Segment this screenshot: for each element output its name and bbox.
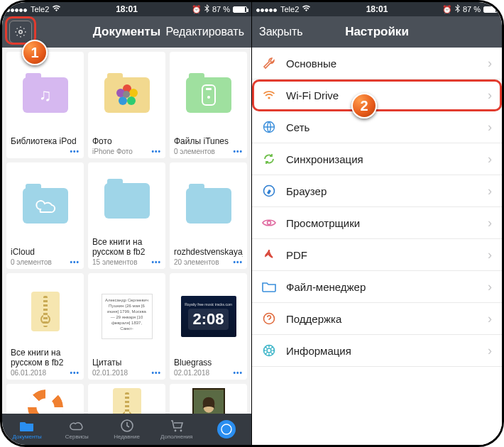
tile-name: Все книги на русском в fb2 bbox=[11, 348, 80, 368]
folder-tile[interactable]: Файлы iTunes 0 элементов••• bbox=[170, 52, 247, 158]
settings-screen: Tele2 18:01 ⏰ 87 % Закрыть Настройки Осн… bbox=[252, 2, 502, 445]
more-icon[interactable]: ••• bbox=[233, 148, 243, 155]
svg-point-10 bbox=[268, 96, 270, 99]
settings-row-general[interactable]: Основные › bbox=[252, 48, 502, 79]
battery-icon bbox=[483, 6, 498, 13]
wrench-icon bbox=[262, 56, 276, 70]
more-icon[interactable]: ••• bbox=[151, 369, 161, 377]
more-icon[interactable]: ••• bbox=[70, 148, 80, 155]
tile-name: iCloud bbox=[11, 247, 80, 257]
tile-name: Файлы iTunes bbox=[174, 136, 243, 146]
tile-meta: 0 элементов bbox=[11, 258, 52, 266]
folder-tile[interactable]: iCloud 0 элементов••• bbox=[6, 162, 84, 269]
folder-tile[interactable]: ♫ Библиотека iPod ••• bbox=[6, 52, 84, 158]
settings-row-network[interactable]: Сеть › bbox=[252, 111, 502, 143]
help-icon bbox=[262, 311, 276, 326]
preview-caption: Royalty free music tracks.com bbox=[185, 302, 232, 307]
documents-screen: Tele2 18:01 ⏰ 87 % Документы Редактирова… bbox=[2, 2, 252, 445]
tile-meta: 20 элементов bbox=[174, 258, 219, 266]
cart-icon bbox=[170, 419, 184, 433]
folder-tile[interactable]: Фото iPhone Фото••• bbox=[88, 52, 165, 158]
tab-label: Документы bbox=[12, 434, 41, 440]
tile-meta: 06.01.2018 bbox=[11, 369, 46, 377]
callout-badge-1: 1 bbox=[22, 40, 48, 65]
tile-meta: 02.01.2018 bbox=[174, 369, 209, 377]
audio-preview: Royalty free music tracks.com 2:08 bbox=[181, 296, 236, 337]
settings-row-file-manager[interactable]: Файл-менеджер › bbox=[252, 271, 502, 303]
chevron-right-icon: › bbox=[488, 280, 492, 294]
tile-name: Все книги на русском в fb2 bbox=[92, 237, 161, 257]
tab-recent[interactable]: Недавние bbox=[102, 414, 151, 445]
more-icon[interactable]: ••• bbox=[70, 258, 80, 266]
chevron-right-icon: › bbox=[488, 120, 492, 135]
more-icon[interactable]: ••• bbox=[233, 258, 243, 266]
callout-badge-2: 2 bbox=[351, 93, 377, 118]
status-bar: Tele2 18:01 ⏰ 87 % bbox=[252, 2, 502, 16]
file-tile[interactable]: Александр Сергеевич Пушкин (26 мая [6 ию… bbox=[88, 273, 165, 380]
row-label: Браузер bbox=[286, 185, 327, 197]
info-icon bbox=[262, 343, 276, 358]
status-time: 18:01 bbox=[2, 4, 251, 14]
pdf-icon bbox=[262, 248, 276, 262]
tab-documents[interactable]: Документы bbox=[2, 414, 52, 445]
folder-tile[interactable]: rozhdestvenskaya_m...ev.net) 20 элементо… bbox=[170, 162, 247, 269]
row-label: Основные bbox=[286, 57, 336, 70]
file-tile[interactable]: Все книги на русском в fb2 06.01.2018••• bbox=[6, 273, 84, 380]
chevron-right-icon: › bbox=[488, 311, 492, 326]
cloud-icon bbox=[70, 419, 84, 433]
documents-grid: ♫ Библиотека iPod ••• bbox=[2, 48, 251, 414]
tile-name: Фото bbox=[92, 136, 161, 146]
folder-icon bbox=[186, 77, 231, 113]
globe-icon bbox=[262, 120, 276, 134]
settings-list: Основные › Wi-Fi Drive › Сеть › Синхрони… bbox=[252, 48, 502, 445]
edit-button[interactable]: Редактировать bbox=[158, 16, 251, 48]
svg-point-3 bbox=[207, 96, 210, 99]
more-icon[interactable]: ••• bbox=[70, 369, 80, 377]
folder-icon bbox=[23, 188, 68, 224]
more-icon[interactable]: ••• bbox=[233, 369, 243, 377]
tab-browser[interactable] bbox=[202, 414, 251, 445]
chevron-right-icon: › bbox=[488, 152, 492, 167]
zip-icon bbox=[113, 388, 141, 414]
more-icon[interactable]: ••• bbox=[151, 258, 161, 266]
row-label: Информация bbox=[286, 345, 351, 357]
row-label: Сеть bbox=[286, 121, 309, 133]
folder-tile[interactable]: Все книги на русском в fb2 15 элементов•… bbox=[88, 162, 165, 269]
preview-time: 2:08 bbox=[188, 309, 228, 330]
folder-icon bbox=[262, 280, 276, 294]
file-tile[interactable]: Royalty free music tracks.com 2:08 Blueg… bbox=[170, 273, 247, 380]
settings-row-browser[interactable]: Браузер › bbox=[252, 175, 502, 207]
tab-addons[interactable]: Дополнения bbox=[152, 414, 202, 445]
row-label: Файл-менеджер bbox=[286, 281, 366, 293]
file-tile[interactable] bbox=[170, 384, 247, 414]
tab-label: Сервисы bbox=[65, 434, 89, 440]
settings-row-support[interactable]: Поддержка › bbox=[252, 303, 502, 335]
settings-row-info[interactable]: Информация › bbox=[252, 335, 502, 367]
more-icon[interactable]: ••• bbox=[151, 148, 161, 155]
folder-icon bbox=[20, 419, 34, 433]
status-time: 18:01 bbox=[252, 4, 502, 14]
tile-meta: 0 элементов bbox=[174, 148, 215, 155]
folder-icon bbox=[186, 188, 231, 224]
tabbar: Документы Сервисы Недавние Дополнения bbox=[2, 414, 251, 445]
chevron-right-icon: › bbox=[488, 216, 492, 231]
battery-icon bbox=[233, 6, 247, 13]
settings-row-viewers[interactable]: Просмотрщики › bbox=[252, 207, 502, 239]
tab-services[interactable]: Сервисы bbox=[52, 414, 102, 445]
settings-row-wifi-drive[interactable]: Wi-Fi Drive › bbox=[252, 79, 502, 111]
file-tile[interactable] bbox=[6, 384, 84, 414]
chevron-right-icon: › bbox=[488, 184, 492, 199]
tile-name: Библиотека iPod bbox=[11, 136, 80, 146]
svg-point-8 bbox=[180, 430, 182, 432]
folder-icon bbox=[104, 183, 150, 219]
file-tile[interactable] bbox=[88, 384, 165, 414]
tile-meta: 15 элементов bbox=[92, 258, 137, 266]
close-button[interactable]: Закрыть bbox=[252, 16, 310, 48]
settings-row-pdf[interactable]: PDF › bbox=[252, 239, 502, 271]
row-label: Поддержка bbox=[286, 313, 341, 325]
buoy-icon bbox=[28, 390, 63, 414]
tile-meta: iPhone Фото bbox=[92, 148, 133, 155]
settings-row-sync[interactable]: Синхронизация › bbox=[252, 143, 502, 175]
tile-meta: 02.01.2018 bbox=[92, 369, 128, 377]
sync-icon bbox=[262, 152, 276, 166]
